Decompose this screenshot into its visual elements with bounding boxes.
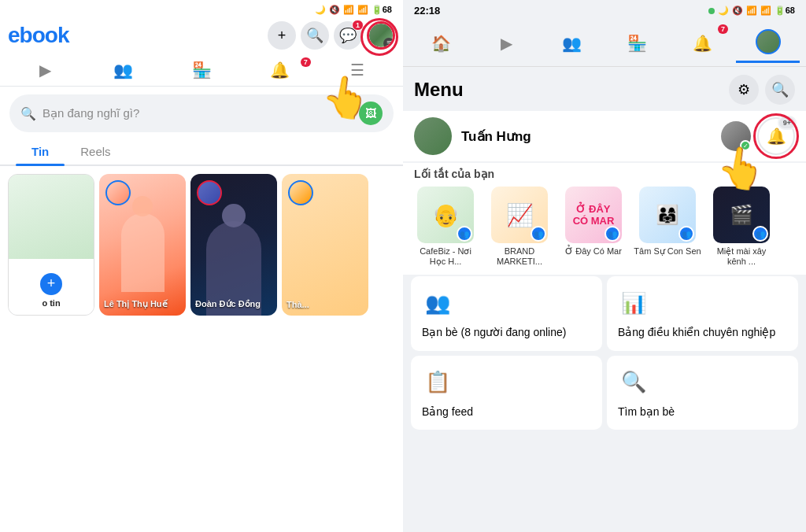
friends-card-icon: 👥 [422,287,453,319]
shortcut-badge-3: 👥 [678,226,694,242]
add-button[interactable]: + [268,21,296,50]
feed-card-icon: 📋 [422,367,453,398]
right-nav-avatar [756,29,781,54]
notification-circle-container: 🔔 9+ [757,117,795,155]
photo-upload-button[interactable]: 🖼 [359,102,383,125]
story-card-2[interactable]: Đoàn Đức Đồng [190,174,277,316]
search-bar-icon: 🔍 [20,106,36,121]
signal-icon: 📶 [343,5,354,15]
status-dot [708,8,715,14]
new-story-label: o tin [42,298,60,308]
photo-icon: 🖼 [365,107,376,120]
switch-account-avatar[interactable]: ✓ [721,121,751,151]
nav-menu[interactable]: ☰ [319,54,397,86]
nav-notifications[interactable]: 🔔 7 [241,54,319,86]
right-status-time: 22:18 [414,5,440,17]
profile-name: Tuấn Hưng [461,128,531,145]
menu-card-feed[interactable]: 📋 Bảng feed [411,356,602,430]
shortcut-label-3: Tâm Sự Con Sen [634,246,701,257]
nav-marketplace[interactable]: 🏪 [162,54,240,86]
feed-card-text: Bảng feed [422,405,591,419]
right-panel: 22:18 🌙 🔇 📶 📶 🔋68 🏠 ▶ 👥 🏪 🔔 7 [403,0,806,532]
right-video-icon: ▶ [501,34,512,53]
right-notification-icon: 🔔 [693,34,712,53]
story-avatar-3 [288,180,313,205]
left-panel: 🌙 🔇 📶 📶 🔋68 ebook + 🔍 💬 1 ☰ [0,0,403,532]
story-name-3: Thà... [287,300,364,309]
shortcuts-row: 👴 👥 CafeBiz - Nơi Học H... 📈 👥 BRAND MAR… [403,183,806,273]
wifi-icon: 📶 [357,5,368,15]
story-name-2: Đoàn Đức Đồng [195,299,272,309]
right-wifi-icon: 📶 [760,6,771,16]
profile-avatar [414,117,452,155]
shortcut-item-2[interactable]: Ở ĐÂYCÓ MAR 👥 Ở Đây Có Mar [559,187,628,267]
shortcut-badge-2: 👥 [604,226,620,242]
avatar-menu-container: ☰ [367,21,395,50]
menu-card-find-friends[interactable]: 🔍 Tìm bạn bè [607,356,798,430]
right-status-icons: 🌙 🔇 📶 📶 🔋68 [708,6,795,16]
story-card-3[interactable]: Thà... [282,174,368,316]
shortcut-item-3[interactable]: 👨‍👩‍👧 👥 Tâm Sự Con Sen [633,187,702,267]
find-friends-card-text: Tìm bạn bè [618,405,787,419]
shortcut-item-0[interactable]: 👴 👥 CafeBiz - Nơi Học H... [411,187,480,267]
shortcut-label-4: Miệt mài xây kênh ... [707,246,776,267]
add-story-card[interactable]: + o tin [8,174,94,316]
right-nav-marketplace[interactable]: 🏪 [605,23,669,63]
right-nav-home[interactable]: 🏠 [409,23,473,63]
shortcut-image-0: 👴 👥 [417,187,474,243]
left-header-actions: + 🔍 💬 1 ☰ [268,21,395,50]
menu-card-dashboard[interactable]: 📊 Bảng điều khiển chuyên nghiệp [607,276,798,350]
friends-card-text: Bạn bè (8 người đang online) [422,325,591,339]
video-icon: ▶ [39,61,51,79]
menu-search-button[interactable]: 🔍 [765,75,795,105]
settings-button[interactable]: ⚙ [729,75,759,105]
shortcuts-section: Lối tắt của bạn 👴 👥 CafeBiz - Nơi Học H.… [403,163,806,275]
shortcut-item-4[interactable]: 🎬 👥 Miệt mài xây kênh ... [707,187,776,267]
shortcut-item-1[interactable]: 📈 👥 BRAND MARKETI... [485,187,554,267]
messenger-badge: 1 [352,20,364,31]
switch-check-icon: ✓ [740,140,751,151]
right-battery-icon: 🔋68 [775,6,795,16]
right-nav-profile[interactable] [736,23,800,63]
gear-icon: ⚙ [738,81,750,98]
profile-row[interactable]: Tuấn Hưng ✓ 🔔 9+ [403,111,806,161]
shortcuts-label: Lối tắt của bạn [403,163,806,183]
find-friends-card-icon: 🔍 [618,367,649,398]
notification-icon: 🔔 [270,61,290,79]
search-bar[interactable]: 🔍 Bạn đang nghĩ gì? 🖼 [9,94,394,132]
facebook-logo: ebook [8,23,68,48]
shortcut-badge-4: 👥 [752,226,768,242]
mute-icon: 🔇 [329,5,340,15]
search-placeholder: Bạn đang nghĩ gì? [43,106,139,120]
tab-reels[interactable]: Reels [65,139,126,164]
messenger-button[interactable]: 💬 1 [334,21,362,50]
right-top-nav: 🏠 ▶ 👥 🏪 🔔 7 [403,20,806,67]
dashboard-card-icon: 📊 [618,287,649,319]
menu-title: Menu [414,79,723,101]
right-header: Menu ⚙ 🔍 [403,67,806,111]
right-nav-video[interactable]: ▶ [475,23,538,63]
right-nav-notifications[interactable]: 🔔 7 [671,23,734,63]
menu-overlay-icon: ☰ [383,38,394,49]
battery-icon: 🔋68 [372,5,392,15]
search-button[interactable]: 🔍 [301,21,329,50]
menu-card-friends[interactable]: 👥 Bạn bè (8 người đang online) [411,276,602,350]
notification-badge: 7 [301,57,311,67]
search-icon: 🔍 [306,27,324,44]
right-mute-icon: 🔇 [732,6,743,16]
left-status-icons: 🌙 🔇 📶 📶 🔋68 [315,5,392,15]
left-status-bar: 🌙 🔇 📶 📶 🔋68 [0,0,403,18]
story-name-1: Lê Thị Thụ Huế [104,299,181,309]
nav-friends[interactable]: 👥 [84,54,162,86]
right-marketplace-icon: 🏪 [627,34,647,53]
shortcut-label-0: CafeBiz - Nơi Học H... [411,246,480,267]
menu-search-icon: 🔍 [771,81,789,98]
tab-tin[interactable]: Tin [16,139,65,164]
add-story-icon: + [40,273,62,295]
moon-icon: 🌙 [315,5,326,15]
story-card-1[interactable]: Lê Thị Thụ Huế [99,174,186,316]
right-status-bar: 22:18 🌙 🔇 📶 📶 🔋68 [403,0,806,20]
nav-video[interactable]: ▶ [6,54,84,86]
right-nav-friends[interactable]: 👥 [540,23,604,63]
avatar-menu-button[interactable]: ☰ [367,21,395,50]
